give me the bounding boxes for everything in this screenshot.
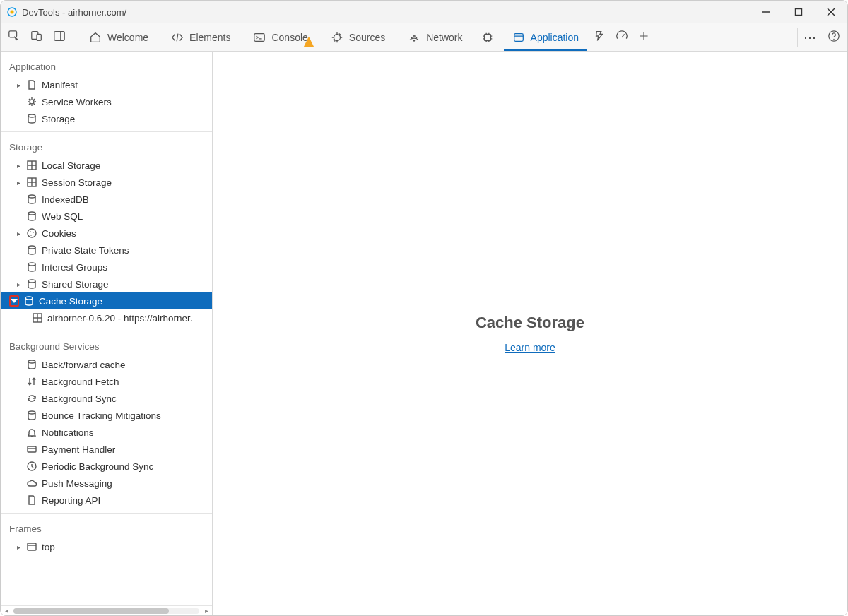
tree-item-storage-overview[interactable]: ▸ Storage (1, 110, 212, 127)
document-icon (26, 494, 37, 506)
section-header-application: Application (1, 54, 212, 76)
database-icon (26, 194, 37, 205)
cookie-icon (26, 227, 37, 239)
svg-point-47 (30, 235, 32, 236)
tree-item-shared-storage[interactable]: ▸ Shared Storage (1, 276, 212, 292)
more-options-icon[interactable]: ⋯ (803, 30, 818, 45)
tree-item-payment-handler[interactable]: ▸Payment Handler (1, 441, 212, 458)
window-title: DevTools - airhorner.com/ (22, 7, 126, 18)
tree-item-reporting-api[interactable]: ▸Reporting API (1, 492, 212, 509)
tab-sources[interactable]: Sources (319, 23, 396, 51)
grid-icon (32, 312, 43, 324)
tree-item-periodic-sync[interactable]: ▸Periodic Background Sync (1, 458, 212, 475)
tab-network[interactable]: Network (396, 23, 473, 51)
database-icon (26, 410, 37, 421)
svg-point-17 (413, 40, 415, 41)
svg-point-56 (28, 411, 35, 414)
tab-elements[interactable]: Elements (160, 23, 242, 51)
tree-item-background-sync[interactable]: ▸Background Sync (1, 390, 212, 407)
tree-item-cache-storage[interactable]: Cache Storage (1, 292, 212, 309)
scroll-left-icon[interactable]: ◂ (2, 607, 11, 615)
maximize-button[interactable] (782, 1, 815, 23)
sidebar-horizontal-scrollbar[interactable]: ◂ ▸ (1, 605, 212, 615)
content-heading: Cache Storage (476, 314, 584, 332)
svg-rect-57 (28, 446, 36, 452)
tree-item-push-messaging[interactable]: ▸Push Messaging (1, 475, 212, 492)
svg-point-51 (25, 297, 33, 300)
application-sidebar: Application ▸ Manifest ▸ Service Workers… (1, 52, 213, 615)
svg-point-44 (28, 229, 36, 237)
tab-memory-icon-only[interactable] (474, 23, 501, 51)
database-icon (26, 244, 37, 256)
devtools-window: DevTools - airhorner.com/ (0, 0, 848, 616)
tab-label: Application (531, 32, 579, 43)
credit-card-icon (26, 444, 37, 455)
svg-point-35 (28, 114, 35, 117)
title-bar: DevTools - airhorner.com/ (1, 1, 847, 23)
tab-welcome[interactable]: Welcome (78, 23, 160, 51)
cloud-icon (26, 478, 37, 489)
svg-point-33 (833, 39, 834, 40)
svg-point-46 (33, 232, 34, 233)
scroll-right-icon[interactable]: ▸ (202, 607, 211, 615)
tree-item-background-fetch[interactable]: ▸Background Fetch (1, 373, 212, 390)
tab-label: Elements (189, 32, 230, 43)
svg-rect-3 (796, 9, 802, 16)
tree-item-session-storage[interactable]: ▸ Session Storage (1, 174, 212, 191)
tree-item-top-frame[interactable]: ▸ top (1, 538, 212, 555)
tree-item-indexeddb[interactable]: ▸ IndexedDB (1, 191, 212, 208)
help-icon[interactable] (828, 30, 840, 45)
tree-item-private-state-tokens[interactable]: ▸ Private State Tokens (1, 242, 212, 259)
css-overview-icon[interactable] (593, 30, 606, 45)
section-header-storage: Storage (1, 135, 212, 157)
grid-icon (26, 177, 37, 188)
expand-arrow-highlighted[interactable] (9, 295, 19, 307)
tab-label: Sources (349, 32, 385, 43)
grid-icon (26, 160, 37, 171)
gear-icon (26, 96, 37, 107)
tree-item-cookies[interactable]: ▸ Cookies (1, 225, 212, 242)
svg-rect-8 (37, 34, 41, 40)
main-area: Application ▸ Manifest ▸ Service Workers… (1, 52, 847, 615)
tree-item-back-forward-cache[interactable]: ▸Back/forward cache (1, 356, 212, 373)
content-pane: Cache Storage Learn more (213, 52, 847, 615)
tree-item-notifications[interactable]: ▸Notifications (1, 424, 212, 441)
database-icon (26, 113, 37, 124)
tab-console[interactable]: Console (242, 23, 319, 51)
svg-point-1 (11, 11, 14, 14)
tree-item-interest-groups[interactable]: ▸ Interest Groups (1, 259, 212, 276)
svg-point-49 (28, 263, 35, 266)
tree-item-manifest[interactable]: ▸ Manifest (1, 76, 212, 93)
performance-icon[interactable] (616, 30, 628, 45)
svg-point-12 (334, 34, 340, 40)
close-button[interactable] (815, 1, 847, 23)
toolbar-left-group (1, 23, 73, 51)
database-icon (26, 359, 37, 370)
svg-point-42 (28, 195, 35, 198)
tree-item-web-sql[interactable]: ▸ Web SQL (1, 208, 212, 225)
add-tab-icon[interactable] (638, 30, 649, 44)
svg-point-50 (28, 280, 35, 283)
database-icon (26, 261, 37, 273)
inspect-element-icon[interactable] (8, 30, 20, 45)
section-header-frames: Frames (1, 516, 212, 538)
tab-label: Network (426, 32, 462, 43)
tree-item-local-storage[interactable]: ▸ Local Storage (1, 157, 212, 174)
svg-rect-9 (54, 32, 64, 41)
minimize-button[interactable] (750, 1, 782, 23)
dock-side-icon[interactable] (53, 30, 66, 45)
svg-point-34 (30, 100, 34, 104)
tree-item-bounce-tracking[interactable]: ▸Bounce Tracking Mitigations (1, 407, 212, 424)
tree-item-service-workers[interactable]: ▸ Service Workers (1, 93, 212, 110)
svg-rect-18 (484, 34, 490, 40)
clock-icon (26, 461, 37, 472)
device-toolbar-icon[interactable] (30, 30, 43, 45)
learn-more-link[interactable]: Learn more (505, 342, 555, 353)
tree-item-cache-entry[interactable]: airhorner-0.6.20 - https://airhorner. (1, 309, 212, 326)
svg-rect-6 (9, 31, 17, 37)
document-icon (26, 79, 37, 90)
sync-icon (26, 393, 37, 404)
svg-point-55 (28, 360, 35, 363)
tab-application[interactable]: Application (501, 23, 591, 51)
svg-line-29 (622, 34, 625, 37)
